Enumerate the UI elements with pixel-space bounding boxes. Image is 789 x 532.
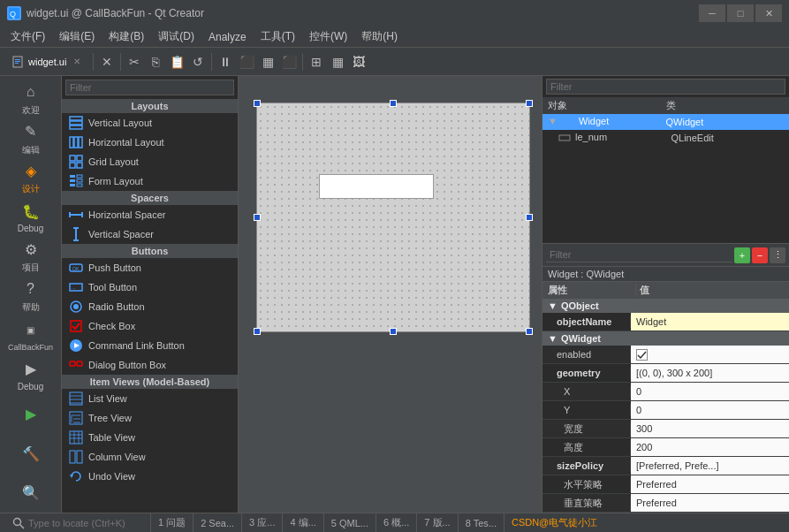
menu-debug[interactable]: 调试(D) (151, 27, 201, 46)
status-qml[interactable]: 5 QML... (324, 513, 376, 532)
handle-tl[interactable] (254, 100, 261, 107)
sidebar-item-run[interactable]: ▶ (4, 394, 57, 434)
menu-edit[interactable]: 编辑(E) (52, 27, 102, 46)
status-search[interactable]: 2 Sea... (193, 513, 242, 532)
sidebar-item-debug2[interactable]: ▶ Debug (4, 355, 57, 395)
toolbar-image-btn[interactable]: 🖼 (349, 52, 368, 72)
prop-value-vpolicy[interactable]: Preferred (631, 494, 789, 512)
palette-filter-input[interactable] (65, 80, 234, 95)
palette-item-check-box[interactable]: Check Box (62, 316, 238, 336)
sidebar-item-design[interactable]: ◈ 设计 (4, 158, 57, 198)
sidebar-item-build[interactable]: 🔨 (4, 434, 57, 474)
prop-row-objectname[interactable]: objectName Widget (542, 313, 789, 331)
toolbar-align-center-btn[interactable]: ▦ (258, 52, 277, 72)
palette-item-radio-button[interactable]: Radio Button (62, 297, 238, 316)
toolbar-align-right-btn[interactable]: ⬛ (279, 52, 299, 72)
palette-item-list-view[interactable]: List View (62, 389, 238, 408)
handle-mr[interactable] (526, 214, 533, 221)
menu-widgets[interactable]: 控件(W) (302, 27, 354, 46)
handle-bc[interactable] (390, 328, 397, 335)
palette-item-table-view[interactable]: Table View (62, 428, 238, 447)
handle-tc[interactable] (390, 100, 397, 107)
handle-ml[interactable] (254, 214, 261, 221)
toolbar-pause-btn[interactable]: ⏸ (216, 52, 235, 72)
handle-bl[interactable] (254, 328, 261, 335)
props-remove-btn[interactable]: − (752, 247, 768, 263)
prop-row-enabled[interactable]: enabled (542, 346, 789, 364)
prop-value-width[interactable]: 300 (631, 420, 789, 437)
obj-filter-input[interactable] (546, 79, 785, 95)
palette-item-dialog-button-box[interactable]: Dialog Button Box (62, 355, 238, 375)
sidebar-item-help[interactable]: ? 帮助 (4, 277, 57, 316)
prop-row-sizepolicy[interactable]: sizePolicy [Preferred, Prefe...] (542, 457, 789, 475)
prop-value-x[interactable]: 0 (631, 383, 789, 400)
props-config-btn[interactable]: ⋮ (770, 247, 785, 263)
menu-analyze[interactable]: Analyze (201, 29, 254, 45)
minimize-button[interactable]: ─ (699, 4, 725, 22)
sidebar-item-debug[interactable]: 🐛 Debug (4, 198, 57, 238)
status-test[interactable]: 8 Tes... (459, 513, 505, 532)
prop-row-hpolicy[interactable]: 水平策略 Preferred (542, 475, 789, 494)
prop-value-enabled[interactable] (631, 346, 789, 363)
locate-input[interactable] (28, 518, 143, 528)
obj-row-le-num[interactable]: le_num QLineEdit (542, 130, 789, 146)
obj-row-widget[interactable]: ▼ Widget QWidget (542, 114, 789, 130)
design-surface[interactable] (256, 103, 530, 332)
canvas-container[interactable] (239, 76, 542, 513)
palette-item-vertical-layout[interactable]: Vertical Layout (62, 113, 238, 133)
maximize-button[interactable]: □ (727, 4, 754, 22)
prop-value-objectname[interactable]: Widget (631, 313, 789, 331)
editor-tab[interactable]: widget.ui ✕ (4, 54, 89, 70)
palette-item-horizontal-layout[interactable]: Horizontal Layout (62, 133, 238, 152)
props-filter-input[interactable] (546, 247, 732, 262)
toolbar-align-left-btn[interactable]: ⬛ (237, 52, 256, 72)
palette-item-vertical-spacer[interactable]: Vertical Spacer (62, 224, 238, 244)
palette-item-form-layout[interactable]: Form Layout (62, 171, 238, 191)
prop-row-y[interactable]: Y 0 (542, 401, 789, 420)
toolbar-copy-btn[interactable]: ⎘ (146, 52, 165, 72)
palette-item-tree-view[interactable]: Tree View (62, 408, 238, 428)
status-version[interactable]: 7 版... (417, 513, 458, 532)
palette-item-push-button[interactable]: OK Push Button (62, 258, 238, 277)
status-problems[interactable]: 1 问题 (151, 513, 193, 532)
prop-row-width[interactable]: 宽度 300 (542, 420, 789, 438)
prop-row-height[interactable]: 高度 200 (542, 438, 789, 457)
status-overview[interactable]: 6 概... (376, 513, 417, 532)
prop-row-vpolicy[interactable]: 垂直策略 Preferred (542, 494, 789, 513)
line-edit-widget[interactable] (319, 174, 434, 199)
toolbar-cut-btn[interactable]: ✂ (125, 52, 144, 72)
toolbar-close-btn[interactable]: ✕ (97, 52, 117, 72)
tab-close-icon[interactable]: ✕ (73, 57, 80, 66)
palette-item-grid-layout[interactable]: Grid Layout (62, 152, 238, 171)
menu-tools[interactable]: 工具(T) (254, 27, 302, 46)
sidebar-item-edit[interactable]: ✎ 编辑 (4, 119, 57, 159)
sidebar-item-callbackfun[interactable]: ▣ CallBackFun (4, 315, 57, 355)
status-apply[interactable]: 3 应... (242, 513, 283, 532)
palette-item-undo-view[interactable]: Undo View (62, 467, 238, 486)
sidebar-item-search[interactable]: 🔍 (4, 473, 57, 513)
menu-file[interactable]: 文件(F) (4, 27, 52, 46)
toolbar-paste-btn[interactable]: 📋 (167, 52, 186, 72)
close-button[interactable]: ✕ (755, 4, 782, 22)
palette-item-column-view[interactable]: Column View (62, 447, 238, 467)
props-add-btn[interactable]: + (734, 247, 750, 263)
toolbar-refresh-btn[interactable]: ↺ (188, 52, 208, 72)
handle-br[interactable] (526, 328, 533, 335)
menu-build[interactable]: 构建(B) (102, 27, 151, 46)
palette-item-horizontal-spacer[interactable]: Horizontal Spacer (62, 205, 238, 224)
prop-row-geometry[interactable]: geometry [(0, 0), 300 x 200] (542, 364, 789, 383)
prop-value-y[interactable]: 0 (631, 401, 789, 419)
prop-value-height[interactable]: 200 (631, 438, 789, 456)
prop-value-hpolicy[interactable]: Preferred (631, 475, 789, 493)
palette-item-command-link-button[interactable]: Command Link Button (62, 336, 238, 355)
palette-item-tool-button[interactable]: ··· Tool Button (62, 277, 238, 297)
handle-tr[interactable] (526, 100, 533, 107)
toolbar-grid-btn[interactable]: ⊞ (307, 52, 326, 72)
prop-value-geometry[interactable]: [(0, 0), 300 x 200] (631, 364, 789, 382)
prop-value-sizepolicy[interactable]: [Preferred, Prefe...] (631, 457, 789, 475)
prop-row-x[interactable]: X 0 (542, 383, 789, 401)
menu-help[interactable]: 帮助(H) (354, 27, 405, 46)
toolbar-table-btn[interactable]: ▦ (328, 52, 347, 72)
status-edit[interactable]: 4 编... (283, 513, 323, 532)
sidebar-item-welcome[interactable]: ⌂ 欢迎 (4, 80, 57, 119)
